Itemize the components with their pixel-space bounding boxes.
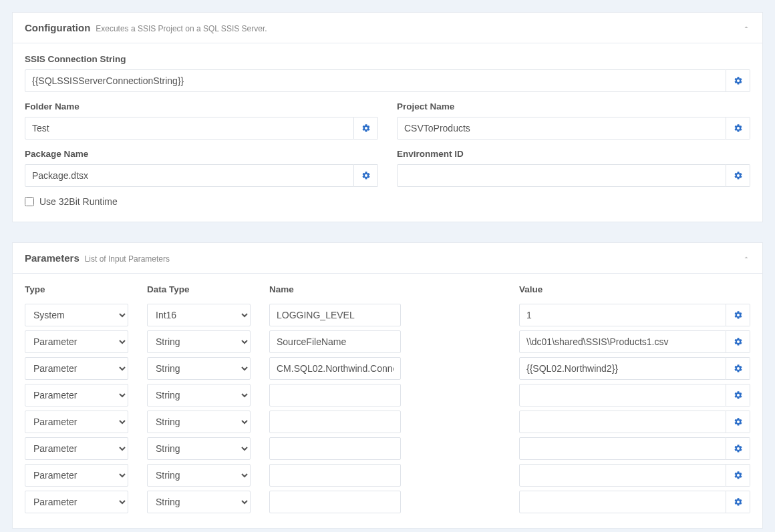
param-value-gear-button[interactable] (726, 384, 750, 407)
param-datatype-select[interactable]: Int16String (147, 304, 251, 326)
gear-icon (734, 337, 743, 346)
param-value-input[interactable] (519, 384, 726, 407)
project-name-input[interactable] (397, 117, 726, 140)
collapse-icon[interactable] (742, 23, 750, 33)
param-type-select[interactable]: SystemParameter (25, 357, 128, 380)
param-value-input[interactable] (519, 491, 726, 513)
param-value-input[interactable] (519, 411, 726, 433)
param-name-input[interactable] (269, 330, 401, 353)
column-header-name: Name (269, 284, 500, 294)
gear-icon (734, 417, 743, 427)
param-name-input[interactable] (269, 437, 401, 460)
gear-icon (734, 364, 743, 373)
gear-icon (734, 123, 743, 133)
gear-icon (734, 471, 743, 480)
param-datatype-select[interactable]: Int16String (147, 357, 251, 380)
configuration-subtitle: Executes a SSIS Project on a SQL SSIS Se… (96, 24, 267, 33)
param-value-gear-button[interactable] (726, 411, 750, 433)
param-name-input[interactable] (269, 411, 401, 433)
use-32bit-checkbox[interactable] (25, 197, 34, 206)
parameters-header: Parameters List of Input Parameters (13, 243, 762, 274)
package-name-gear-button[interactable] (354, 164, 378, 187)
folder-name-label: Folder Name (25, 101, 378, 111)
configuration-title: Configuration (25, 22, 90, 33)
param-datatype-select[interactable]: Int16String (147, 464, 251, 487)
param-value-input[interactable] (519, 330, 726, 353)
param-value-gear-button[interactable] (726, 330, 750, 353)
parameters-body: Type Data Type Name Value SystemParamete… (13, 274, 762, 528)
configuration-header: Configuration Executes a SSIS Project on… (13, 13, 762, 43)
environment-id-input[interactable] (397, 164, 726, 187)
environment-id-label: Environment ID (397, 149, 750, 159)
gear-icon (361, 171, 371, 180)
gear-icon (734, 497, 743, 507)
param-datatype-select[interactable]: Int16String (147, 437, 251, 460)
param-name-input[interactable] (269, 304, 401, 326)
column-header-value: Value (519, 284, 750, 294)
use-32bit-label[interactable]: Use 32Bit Runtime (39, 196, 118, 207)
param-datatype-select[interactable]: Int16String (147, 411, 251, 433)
param-type-select[interactable]: SystemParameter (25, 437, 128, 460)
param-name-input[interactable] (269, 357, 401, 380)
param-value-input[interactable] (519, 304, 726, 326)
project-name-gear-button[interactable] (726, 117, 750, 140)
parameters-title: Parameters (25, 252, 80, 264)
param-name-input[interactable] (269, 384, 401, 407)
folder-name-gear-button[interactable] (354, 117, 378, 140)
column-header-type: Type (25, 284, 128, 294)
param-datatype-select[interactable]: Int16String (147, 384, 251, 407)
param-value-input[interactable] (519, 357, 726, 380)
gear-icon (734, 171, 743, 180)
connection-string-gear-button[interactable] (726, 69, 750, 92)
param-value-gear-button[interactable] (726, 304, 750, 326)
configuration-panel: Configuration Executes a SSIS Project on… (12, 12, 763, 222)
param-value-gear-button[interactable] (726, 357, 750, 380)
param-name-input[interactable] (269, 491, 401, 513)
param-datatype-select[interactable]: Int16String (147, 330, 251, 353)
connection-string-input[interactable] (25, 69, 726, 92)
parameters-subtitle: List of Input Parameters (85, 254, 170, 264)
column-header-datatype: Data Type (147, 284, 251, 294)
parameters-grid: Type Data Type Name Value SystemParamete… (25, 284, 750, 513)
param-type-select[interactable]: SystemParameter (25, 330, 128, 353)
package-name-input[interactable] (25, 164, 354, 187)
param-value-gear-button[interactable] (726, 491, 750, 513)
gear-icon (734, 390, 743, 400)
param-datatype-select[interactable]: Int16String (147, 491, 251, 513)
param-type-select[interactable]: SystemParameter (25, 384, 128, 407)
gear-icon (734, 444, 743, 453)
param-value-input[interactable] (519, 464, 726, 487)
param-value-gear-button[interactable] (726, 437, 750, 460)
environment-id-gear-button[interactable] (726, 164, 750, 187)
param-value-input[interactable] (519, 437, 726, 460)
gear-icon (734, 76, 743, 85)
gear-icon (734, 310, 743, 320)
project-name-label: Project Name (397, 101, 750, 111)
collapse-icon[interactable] (742, 253, 750, 264)
gear-icon (361, 123, 371, 133)
param-value-gear-button[interactable] (726, 464, 750, 487)
param-type-select[interactable]: SystemParameter (25, 411, 128, 433)
param-type-select[interactable]: SystemParameter (25, 464, 128, 487)
configuration-body: SSIS Connection String Folder Name Proje… (13, 43, 762, 222)
parameters-panel: Parameters List of Input Parameters Type… (12, 242, 763, 529)
connection-string-label: SSIS Connection String (25, 54, 750, 64)
package-name-label: Package Name (25, 149, 378, 159)
param-type-select[interactable]: SystemParameter (25, 304, 128, 326)
folder-name-input[interactable] (25, 117, 354, 140)
param-name-input[interactable] (269, 464, 401, 487)
param-type-select[interactable]: SystemParameter (25, 491, 128, 513)
